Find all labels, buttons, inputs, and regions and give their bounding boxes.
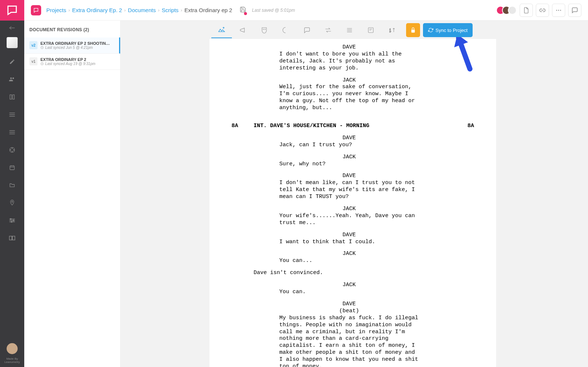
- nav-steps-icon[interactable]: [0, 106, 24, 123]
- revision-name: EXTRA ORDINARY EP 2: [40, 57, 96, 62]
- script-character[interactable]: JACK: [279, 154, 419, 161]
- nav-calendar-icon[interactable]: [0, 159, 24, 176]
- clock-icon: [40, 46, 44, 49]
- crumb-documents[interactable]: Documents: [128, 7, 156, 13]
- tool-character[interactable]: [254, 22, 275, 38]
- svg-point-2: [10, 147, 15, 152]
- script-character[interactable]: DAVE: [279, 135, 419, 142]
- editor-toolbar: 12 Sync to Project: [211, 22, 473, 38]
- script-dialogue[interactable]: You can...: [279, 258, 419, 265]
- script-character[interactable]: DAVE: [279, 173, 419, 180]
- project-badge[interactable]: [31, 5, 41, 15]
- svg-point-6: [10, 150, 11, 150]
- nav-book-icon[interactable]: [0, 229, 24, 247]
- sync-button-label: Sync to Project: [435, 28, 467, 33]
- revision-name: EXTRA ORDINARY EP 2 SHOOTIN…: [40, 41, 110, 46]
- svg-point-11: [11, 221, 12, 222]
- sync-to-project-button[interactable]: Sync to Project: [423, 23, 473, 37]
- crumb-scripts[interactable]: Scripts: [162, 7, 179, 13]
- script-dialogue[interactable]: My business is shady as fuck. I do illeg…: [279, 315, 419, 367]
- export-pdf-button[interactable]: [520, 4, 533, 17]
- chevron-right-icon: ›: [158, 8, 159, 13]
- script-action[interactable]: Dave isn't convinced.: [254, 270, 445, 277]
- refresh-icon: [428, 28, 433, 33]
- nav-files-icon[interactable]: [0, 176, 24, 194]
- script-character[interactable]: DAVE: [279, 44, 419, 51]
- tool-paragraph[interactable]: [339, 22, 360, 38]
- script-dialogue[interactable]: I don't mean like, can I trust you to no…: [279, 180, 419, 201]
- lock-button[interactable]: [406, 23, 420, 37]
- script-dialogue[interactable]: Your wife's......Yeah. Yeah, Dave you ca…: [279, 213, 419, 227]
- crumb-projects[interactable]: Projects: [46, 7, 66, 13]
- script-page[interactable]: DAVEI don't want to bore you with all th…: [209, 39, 496, 367]
- script-dialogue[interactable]: I want to think that I could.: [279, 239, 419, 246]
- clock-icon: [40, 62, 44, 65]
- svg-point-14: [560, 10, 561, 11]
- share-link-button[interactable]: [536, 4, 549, 17]
- svg-rect-21: [411, 30, 415, 33]
- tool-announce[interactable]: [233, 22, 253, 38]
- revision-meta: Last synced Aug 19 @ 9:31pm: [40, 62, 96, 66]
- tool-compare[interactable]: [318, 22, 338, 38]
- crumb-current: Extra Ordinary ep 2: [184, 7, 232, 13]
- tool-note[interactable]: [361, 22, 381, 38]
- script-character[interactable]: DAVE: [279, 232, 419, 239]
- script-character[interactable]: DAVE: [279, 301, 419, 308]
- nav-reel-icon[interactable]: [0, 141, 24, 159]
- tool-slug[interactable]: [275, 22, 296, 38]
- nav-settings-icon[interactable]: [0, 212, 24, 229]
- revision-version-badge: v2: [29, 41, 37, 49]
- user-avatar[interactable]: [7, 343, 18, 354]
- revision-item[interactable]: v2 EXTRA ORDINARY EP 2 SHOOTIN… Last syn…: [24, 37, 120, 54]
- revision-item[interactable]: v1 EXTRA ORDINARY EP 2 Last synced Aug 1…: [24, 54, 120, 70]
- tool-comment[interactable]: [297, 22, 317, 38]
- svg-rect-1: [12, 95, 14, 99]
- comments-button[interactable]: [568, 4, 581, 17]
- revisions-title: DOCUMENT REVISIONS (2): [24, 21, 120, 37]
- nav-locations-icon[interactable]: [0, 194, 24, 212]
- tool-sort[interactable]: 12: [382, 22, 402, 38]
- script-dialogue[interactable]: You can.: [279, 289, 419, 296]
- svg-point-3: [12, 148, 12, 148]
- svg-point-12: [556, 10, 557, 11]
- collaborator-avatars[interactable]: [499, 6, 517, 15]
- top-bar: Projects › Extra Ordinary Ep. 2 › Docume…: [24, 0, 588, 21]
- svg-point-8: [11, 201, 13, 202]
- tool-shot-list[interactable]: [211, 22, 232, 38]
- more-button[interactable]: [552, 4, 565, 17]
- nav-schedule-icon[interactable]: [0, 123, 24, 141]
- crumb-episode[interactable]: Extra Ordinary Ep. 2: [72, 7, 122, 13]
- script-character[interactable]: JACK: [279, 77, 419, 84]
- svg-point-16: [263, 29, 264, 30]
- svg-point-4: [13, 150, 14, 150]
- svg-rect-0: [10, 95, 12, 99]
- left-nav: Made By Leanometry: [0, 0, 24, 367]
- avatar[interactable]: [508, 6, 517, 15]
- back-arrow[interactable]: [0, 21, 24, 35]
- nav-edit-icon[interactable]: [0, 53, 24, 71]
- script-character[interactable]: JACK: [279, 206, 419, 213]
- revision-version-badge: v1: [29, 57, 37, 65]
- chevron-right-icon: ›: [124, 8, 126, 13]
- script-dialogue[interactable]: Sure, why not?: [279, 161, 419, 168]
- script-dialogue[interactable]: I don't want to bore you with all the de…: [279, 51, 419, 72]
- script-character[interactable]: JACK: [279, 282, 419, 289]
- nav-project-thumb[interactable]: [0, 35, 24, 53]
- nav-boards-icon[interactable]: [0, 88, 24, 106]
- app-logo[interactable]: [0, 0, 24, 21]
- script-paren[interactable]: (beat): [279, 308, 419, 315]
- nav-cast-icon[interactable]: [0, 71, 24, 88]
- svg-point-15: [223, 27, 224, 28]
- script-character[interactable]: JACK: [279, 251, 419, 258]
- svg-point-10: [13, 220, 14, 221]
- svg-point-9: [10, 219, 11, 220]
- chevron-right-icon: ›: [68, 8, 70, 13]
- scene-number-right: 8A: [459, 123, 474, 130]
- script-dialogue[interactable]: Well, just for the sake of conversation,…: [279, 84, 419, 112]
- save-status-icon: [240, 6, 246, 14]
- scene-heading[interactable]: INT. DAVE'S HOUSE/KITCHEN - MORNING: [254, 123, 459, 130]
- made-by-credit: Made By Leanometry: [4, 357, 20, 364]
- scene-number-left: 8A: [232, 123, 254, 130]
- last-saved-label: Last saved @ 5:01pm: [252, 8, 295, 13]
- script-dialogue[interactable]: Jack, can I trust you?: [279, 142, 419, 149]
